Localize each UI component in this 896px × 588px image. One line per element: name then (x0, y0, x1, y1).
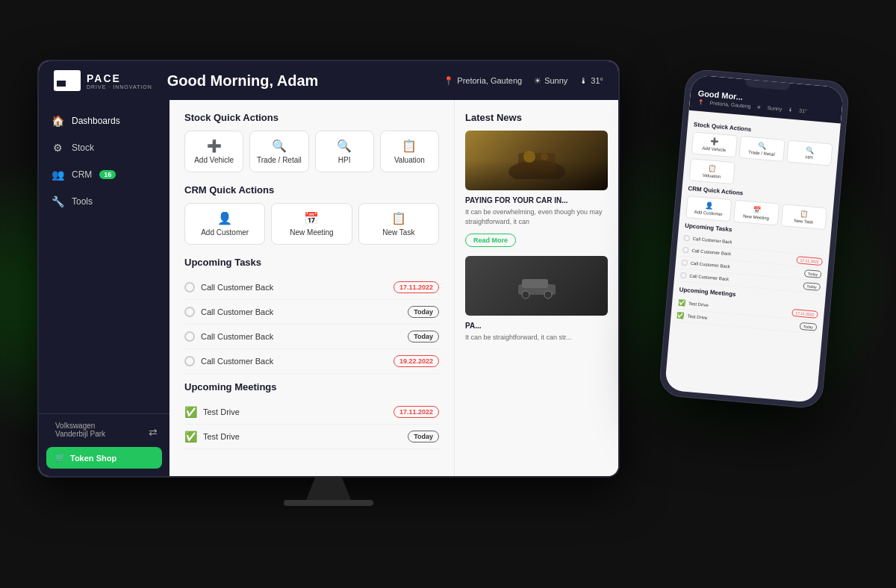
task-checkbox-0[interactable] (184, 282, 195, 293)
meeting-label-1: Test Drive (203, 432, 402, 441)
news-image-0 (465, 131, 608, 190)
phone-add-vehicle[interactable]: ➕ Add Vehicle (691, 131, 738, 157)
new-meeting-icon: 📅 (278, 211, 345, 225)
add-vehicle-label: Add Vehicle (191, 156, 237, 164)
phone-valuation[interactable]: 📋 Valuation (688, 158, 735, 184)
sidebar-label-tools: Tools (72, 196, 93, 207)
meeting-item-1: ✅ Test Drive Today (184, 425, 439, 449)
svg-point-6 (541, 153, 548, 160)
task-checkbox-2[interactable] (184, 331, 195, 342)
crm-badge: 16 (99, 170, 116, 179)
task-badge-0: 17.11.2022 (393, 281, 439, 293)
action-add-customer[interactable]: 👤 Add Customer (184, 203, 265, 245)
location-pin-icon: 📍 (444, 76, 454, 86)
sidebar-nav: 🏠 Dashboards ⚙ Stock 👥 CRM 16 (39, 100, 169, 413)
logo-sub: DRIVE · INNOVATION (87, 84, 152, 90)
phone-meeting-icon-1: ✅ (676, 312, 685, 319)
action-add-vehicle[interactable]: ➕ Add Vehicle (184, 131, 243, 172)
action-hpi[interactable]: 🔍 HPI (315, 131, 374, 172)
phone-new-meeting[interactable]: 📅 New Meeting (733, 200, 780, 226)
sidebar-item-tools[interactable]: 🔧 Tools (39, 188, 169, 215)
task-item-0: Call Customer Back 17.11.2022 (184, 275, 439, 300)
location-info: 📍 Pretoria, Gauteng (444, 76, 522, 86)
logo-area: PACE DRIVE · INNOVATION (54, 70, 152, 91)
task-checkbox-3[interactable] (184, 356, 195, 366)
action-new-task[interactable]: 📋 New Task (358, 203, 439, 245)
phone-task-dot-1 (682, 247, 689, 254)
logo-text-area: PACE DRIVE · INNOVATION (87, 72, 152, 90)
sidebar-item-crm[interactable]: 👥 CRM 16 (39, 161, 169, 188)
svg-point-10 (544, 291, 552, 298)
sidebar-label-stock: Stock (72, 143, 94, 153)
meeting-label-0: Test Drive (203, 407, 388, 416)
sidebar-item-stock[interactable]: ⚙ Stock (39, 134, 169, 161)
phone-meeting-badge-1: Today (799, 322, 817, 331)
app-body: 🏠 Dashboards ⚙ Stock 👥 CRM 16 (39, 100, 618, 476)
monitor-base (284, 500, 373, 506)
new-task-icon: 📋 (365, 211, 432, 225)
crm-icon: 👥 (51, 169, 64, 181)
header-info: 📍 Pretoria, Gauteng ☀ Sunny 🌡 31° (444, 76, 603, 86)
crm-quick-actions-grid: 👤 Add Customer 📅 New Meeting 📋 New Task (184, 203, 439, 245)
phone-meeting-badge-0: 17.11.2022 (791, 309, 818, 319)
phone-body: Stock Quick Actions ➕ Add Vehicle 🔍 Trad… (665, 110, 841, 400)
temperature-text: 31° (591, 76, 603, 85)
sidebar-item-dashboards[interactable]: 🏠 Dashboards (39, 107, 169, 134)
hpi-label: HPI (322, 156, 367, 164)
header-greeting: Good Morning, Adam (152, 72, 444, 90)
token-shop-label: Token Shop (70, 454, 116, 463)
phone-trade-retail[interactable]: 🔍 Trade / Retail (738, 136, 785, 162)
monitor: PACE DRIVE · INNOVATION Good Morning, Ad… (37, 60, 620, 506)
logo-icon (54, 70, 81, 91)
meeting-item-0: ✅ Test Drive 17.11.2022 (184, 400, 439, 425)
phone-task-badge-3: Today (803, 282, 821, 291)
new-meeting-label: New Meeting (278, 228, 345, 237)
cart-icon: 🛒 (55, 453, 66, 463)
tasks-section-title: Upcoming Tasks (184, 257, 439, 268)
meetings-section-title: Upcoming Meetings (184, 381, 439, 392)
sidebar-label-crm: CRM (72, 169, 92, 180)
read-more-button-0[interactable]: Read More (465, 234, 516, 247)
token-shop-button[interactable]: 🛒 Token Shop (46, 447, 162, 469)
trade-retail-label: Trade / Retail (256, 156, 302, 164)
meeting-badge-0: 17.11.2022 (393, 406, 439, 418)
phone-task-dot-2 (682, 260, 688, 266)
sidebar-footer: VolkswagenVanderbijl Park ⇄ 🛒 Token Shop (39, 413, 169, 476)
phone-add-customer[interactable]: 👤 Add Customer (685, 196, 732, 222)
sidebar: 🏠 Dashboards ⚙ Stock 👥 CRM 16 (39, 100, 169, 476)
news-title-0: PAYING FOR YOUR CAR IN... (465, 196, 608, 204)
add-customer-label: Add Customer (191, 228, 258, 237)
news-section-title: Latest News (465, 112, 608, 123)
svg-rect-2 (67, 75, 78, 87)
task-checkbox-1[interactable] (184, 307, 195, 317)
action-valuation[interactable]: 📋 Valuation (380, 131, 439, 172)
meeting-check-icon-0: ✅ (184, 406, 197, 418)
weather-text: Sunny (544, 76, 567, 85)
action-new-meeting[interactable]: 📅 New Meeting (271, 203, 352, 245)
action-trade-retail[interactable]: 🔍 Trade / Retail (249, 131, 308, 172)
svg-rect-8 (522, 279, 548, 288)
phone-hpi[interactable]: 🔍 HPI (786, 140, 833, 166)
phone-screen: Good Mor... 📍 Pretoria, Gauteng ☀ Sunny … (665, 75, 844, 403)
trade-retail-icon: 🔍 (256, 139, 302, 153)
weather-info: ☀ Sunny (534, 76, 567, 86)
main-content: Stock Quick Actions ➕ Add Vehicle 🔍 Trad… (169, 100, 454, 476)
sidebar-label-dashboards: Dashboards (72, 116, 120, 126)
phone-meeting-icon-0: ✅ (678, 299, 686, 307)
add-customer-icon: 👤 (191, 211, 258, 225)
news-article-1: PA... It can be straightforward, it can … (465, 256, 608, 343)
car-illustration (514, 273, 559, 299)
svg-point-9 (522, 291, 529, 298)
phone-task-dot-0 (683, 235, 690, 242)
news-image-1 (465, 256, 608, 316)
phone-outer: Good Mor... 📍 Pretoria, Gauteng ☀ Sunny … (658, 68, 850, 409)
task-badge-2: Today (408, 331, 439, 343)
stock-quick-actions-grid: ➕ Add Vehicle 🔍 Trade / Retail 🔍 HPI (184, 131, 439, 172)
switch-icon[interactable]: ⇄ (149, 426, 158, 438)
monitor-stand (306, 478, 351, 500)
temperature-info: 🌡 31° (579, 76, 603, 85)
phone-new-task[interactable]: 📋 New Task (781, 204, 827, 230)
sun-icon: ☀ (534, 76, 541, 86)
meeting-badge-1: Today (408, 431, 439, 442)
task-badge-3: 19.22.2022 (393, 355, 439, 367)
